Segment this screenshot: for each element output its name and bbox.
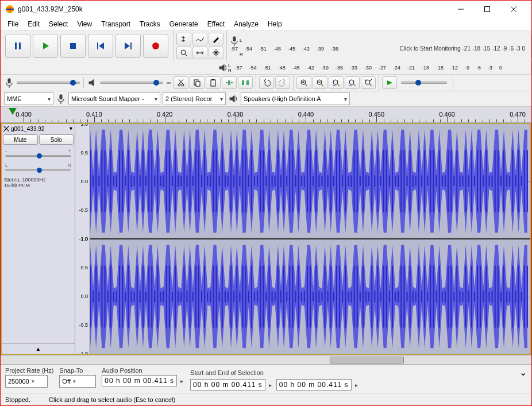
svg-rect-20	[242, 80, 244, 85]
mute-button[interactable]: Mute	[3, 134, 38, 145]
menubar: FileEditSelectViewTransportTracksGenerat…	[1, 18, 531, 30]
selection-end-format-button[interactable]: ▸	[354, 382, 359, 388]
selection-label: Start and End of Selection	[190, 369, 516, 376]
undo-toolbar	[256, 75, 294, 91]
playback-volume-slider[interactable]	[84, 78, 167, 88]
close-button[interactable]	[500, 1, 527, 18]
draw-tool-button[interactable]	[209, 33, 223, 45]
record-meter-hint[interactable]: Click to Start Monitoring -21 -18 -15 -1…	[400, 46, 525, 52]
menu-file[interactable]: File	[3, 19, 23, 29]
record-meter-scale[interactable]: Click to Start Monitoring -21 -18 -15 -1…	[229, 46, 529, 52]
selection-start-readout[interactable]: 00 h 00 m 00.411 s	[190, 379, 265, 390]
playback-speed-slider[interactable]	[398, 82, 450, 84]
menu-tracks[interactable]: Tracks	[135, 19, 165, 29]
track-gain-slider[interactable]: -+	[2, 146, 75, 160]
track-collapse-button[interactable]: ▲	[2, 343, 75, 354]
pause-button[interactable]	[5, 34, 30, 58]
maximize-button[interactable]	[474, 1, 500, 18]
audio-position-readout[interactable]: 00 h 00 m 00.411 s	[102, 375, 177, 386]
record-button[interactable]	[143, 34, 168, 58]
playback-device-select[interactable]: Speakers (High Definition A	[241, 92, 350, 105]
solo-button[interactable]: Solo	[39, 134, 74, 145]
zoom-toggle-button[interactable]	[361, 76, 376, 89]
menu-select[interactable]: Select	[44, 19, 72, 29]
speaker-icon	[87, 78, 98, 88]
project-rate-select[interactable]: 250000	[5, 375, 48, 388]
selection-tool-button[interactable]	[176, 33, 191, 45]
svg-rect-11	[233, 36, 236, 41]
track-menu-button[interactable]: ▼	[68, 126, 74, 132]
amplitude-scale[interactable]: 1.00.50.0-0.5-1.0 1.00.50.0-0.5-1.0	[75, 124, 90, 354]
trim-button[interactable]	[222, 76, 237, 89]
play-button[interactable]	[33, 34, 58, 58]
stop-button[interactable]	[60, 34, 86, 58]
svg-rect-21	[246, 80, 249, 85]
recording-volume-slider[interactable]	[1, 78, 84, 88]
selection-mode-button[interactable]: ⌄	[519, 367, 527, 378]
svg-point-13	[178, 84, 180, 86]
recording-device-select[interactable]: Microsoft Sound Mapper -	[68, 92, 160, 105]
horizontal-scrollbar[interactable]	[1, 355, 531, 364]
scrollbar-thumb[interactable]	[330, 357, 404, 364]
waveform-display[interactable]	[90, 124, 530, 354]
menu-transport[interactable]: Transport	[97, 19, 135, 29]
minimize-button[interactable]	[448, 1, 474, 18]
svg-rect-7	[97, 42, 98, 49]
undo-button[interactable]	[259, 76, 274, 89]
svg-rect-17	[211, 80, 215, 86]
project-rate-label: Project Rate (Hz)	[5, 367, 53, 374]
snap-to-select[interactable]: Off	[59, 375, 96, 388]
zoom-tool-button[interactable]	[176, 47, 191, 59]
silence-button[interactable]	[238, 76, 253, 89]
meter-channel-l: L	[240, 38, 242, 43]
waveform-channel-right[interactable]	[90, 239, 530, 354]
menu-view[interactable]: View	[72, 19, 97, 29]
menu-analyze[interactable]: Analyze	[229, 19, 263, 29]
track-format-info: Stereo, 100000Hz 16-bit PCM	[2, 175, 75, 191]
menu-generate[interactable]: Generate	[165, 19, 203, 29]
device-toolbar: MME Microsoft Sound Mapper - 2 (Stereo) …	[1, 91, 531, 107]
track-close-button[interactable]	[3, 125, 10, 132]
speaker-icon	[218, 63, 228, 73]
toolbar-row-1: L Click to Start Monitoring -21 -18 -15 …	[1, 30, 531, 62]
skip-end-button[interactable]	[115, 34, 141, 58]
track-name[interactable]: g001_433.92	[11, 126, 67, 132]
speaker-icon	[228, 94, 238, 104]
waveform-channel-left[interactable]	[90, 124, 530, 239]
recording-channels-select[interactable]: 2 (Stereo) Recor	[163, 92, 226, 105]
selection-end-readout[interactable]: 00 h 00 m 00.411 s	[276, 379, 352, 390]
play-meter-toolbar: LR -57-54-51-48-45-42-39-36-33-30-27-24-…	[215, 61, 531, 74]
svg-rect-6	[70, 43, 76, 49]
svg-point-14	[182, 84, 184, 86]
zoom-out-button[interactable]	[313, 76, 327, 89]
fit-selection-button[interactable]	[329, 76, 344, 89]
menu-edit[interactable]: Edit	[23, 19, 44, 29]
timeshift-tool-button[interactable]	[192, 47, 207, 59]
mic-icon	[56, 94, 66, 104]
timeline-ruler[interactable]: 0.4000.4100.4200.4300.4400.4500.4600.470	[1, 107, 531, 123]
svg-rect-12	[7, 78, 10, 83]
skip-start-button[interactable]	[88, 34, 113, 58]
track-area: g001_433.92 ▼ Mute Solo -+ LR Stereo, 10…	[1, 123, 531, 355]
fit-project-button[interactable]	[345, 76, 360, 89]
copy-button[interactable]	[190, 76, 205, 89]
playback-meter-scale[interactable]: -57-54-51-48-45-42-39-36-33-30-27-24-21-…	[234, 65, 529, 71]
selection-start-format-button[interactable]: ▸	[268, 382, 273, 388]
audio-host-select[interactable]: MME	[4, 92, 53, 105]
cut-button[interactable]	[174, 76, 188, 89]
menu-help[interactable]: Help	[263, 19, 287, 29]
zoom-in-button[interactable]	[296, 76, 311, 89]
track-pan-slider[interactable]: LR	[2, 160, 75, 175]
paste-button[interactable]	[206, 76, 221, 89]
redo-button[interactable]	[275, 76, 290, 89]
menu-effect[interactable]: Effect	[203, 19, 229, 29]
edit-toolbar	[171, 75, 256, 91]
envelope-tool-button[interactable]	[192, 33, 207, 45]
transport-toolbar	[1, 30, 174, 61]
multi-tool-button[interactable]	[209, 47, 223, 59]
svg-rect-8	[130, 42, 132, 49]
play-at-speed-button[interactable]	[382, 76, 397, 89]
svg-point-24	[333, 80, 338, 84]
window-title: g001_433.92M_250k	[18, 5, 448, 13]
audio-position-format-button[interactable]: ▸	[179, 378, 184, 384]
